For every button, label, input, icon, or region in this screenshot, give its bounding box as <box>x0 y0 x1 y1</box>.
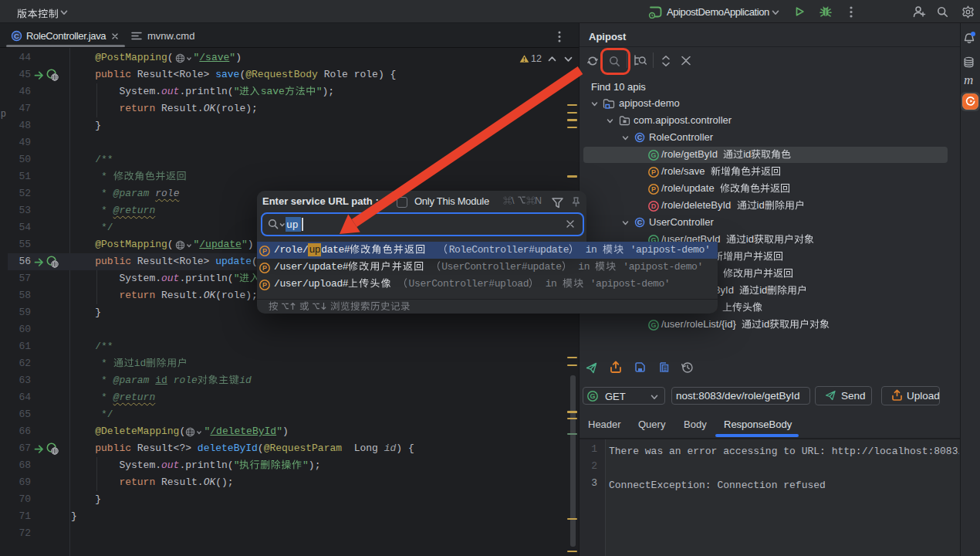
svg-text:C: C <box>14 32 19 40</box>
svg-text:C: C <box>637 219 643 226</box>
svg-text:C: C <box>637 134 643 141</box>
svg-text:G: G <box>651 151 656 159</box>
svg-text:P: P <box>651 168 656 176</box>
svg-text:D: D <box>651 202 657 210</box>
svg-text:G: G <box>651 321 656 329</box>
svg-text:P: P <box>262 247 267 255</box>
svg-text:G: G <box>590 392 595 400</box>
svg-text:P: P <box>651 185 656 193</box>
svg-text:P: P <box>262 281 267 289</box>
svg-text:P: P <box>262 264 267 272</box>
